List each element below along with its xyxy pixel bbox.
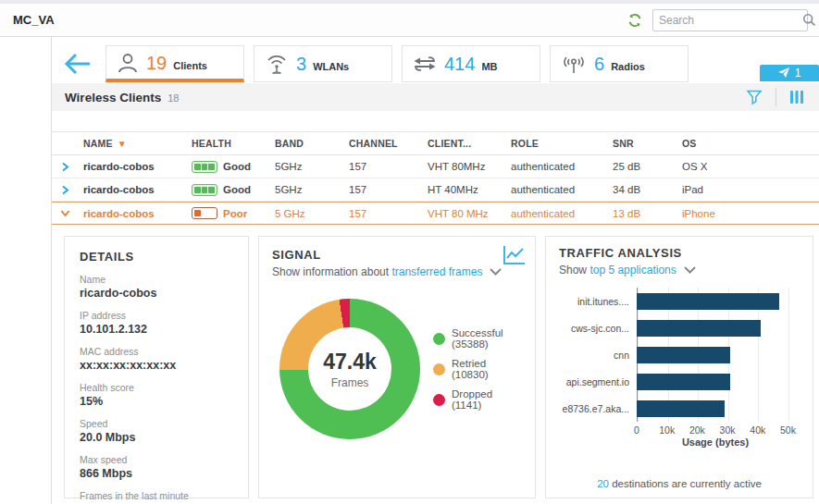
- signal-title: SIGNAL: [272, 248, 522, 262]
- health-cell: Good: [186, 161, 269, 173]
- section-count: 18: [168, 92, 179, 104]
- destination-label: cnn: [559, 350, 637, 361]
- col-header-health[interactable]: HEALTH: [186, 138, 269, 149]
- table-row[interactable]: ricardo-cobos Good 5GHz 157 VHT 80MHz au…: [52, 155, 819, 178]
- search-box: [652, 9, 808, 31]
- donut-ring: 47.4k Frames: [279, 299, 420, 439]
- col-header-os[interactable]: OS: [676, 138, 819, 149]
- table-row[interactable]: ricardo-cobos Good 5GHz 157 HT 40MHz aut…: [52, 178, 819, 202]
- usage-bar-chart: init.itunes.... cws-sjc.con... cnn: [559, 288, 800, 422]
- back-button[interactable]: [59, 52, 96, 76]
- col-header-client[interactable]: CLIENT...: [422, 138, 505, 149]
- snr-value: 13 dB: [607, 208, 676, 219]
- expand-chevron-icon[interactable]: [52, 185, 78, 195]
- wireless-dashboard: MC_VA 19 Clients: [0, 0, 819, 504]
- details-fields: Name ricardo-cobos IP address 10.101.2.1…: [80, 274, 233, 504]
- channel-value: 157: [343, 161, 422, 172]
- os-value: iPhone: [676, 208, 819, 219]
- destination-label: init.itunes....: [559, 296, 637, 307]
- detail-field: Max speed 866 Mbps: [80, 454, 233, 480]
- field-label: Speed: [80, 418, 233, 429]
- chart-row: api.segment.io: [559, 368, 800, 395]
- app-title: MC_VA: [13, 13, 55, 27]
- notification-badge[interactable]: 1: [760, 65, 819, 81]
- field-label: Health score: [80, 382, 233, 393]
- paper-plane-icon: [778, 68, 790, 79]
- col-header-snr[interactable]: SNR: [607, 138, 676, 149]
- chart-row: cws-sjc.con...: [559, 314, 800, 341]
- tab-wlans-count: 3: [296, 55, 306, 73]
- legend-item: Dropped (1141): [433, 388, 522, 411]
- snr-value: 34 dB: [607, 184, 676, 195]
- tab-clients-count: 19: [146, 54, 167, 72]
- tab-throughput[interactable]: 414 MB: [402, 45, 540, 82]
- chevron-down-icon[interactable]: [684, 266, 696, 274]
- active-destinations-text: destinations are currently active: [609, 478, 762, 489]
- x-tick-label: 40k: [750, 424, 765, 436]
- table-body: ricardo-cobos Good 5GHz 157 VHT 80MHz au…: [52, 155, 819, 225]
- search-icon[interactable]: [802, 13, 816, 27]
- tab-radios-label: Radios: [611, 61, 645, 72]
- legend-label: Successful (35388): [452, 327, 522, 350]
- sort-desc-icon: ▼: [118, 139, 127, 149]
- table-row[interactable]: ricardo-cobos Poor 5 GHz 157 VHT 80 MHz …: [52, 202, 819, 225]
- band-value: 5GHz: [269, 161, 343, 172]
- health-meter-icon: [192, 161, 217, 173]
- expand-chevron-icon[interactable]: [52, 162, 78, 172]
- donut-total-label: Frames: [331, 376, 369, 389]
- health-label: Good: [223, 184, 251, 195]
- divider: [776, 88, 776, 106]
- legend-label: Retried (10830): [452, 358, 522, 380]
- legend-item: Successful (35388): [433, 327, 522, 350]
- tab-clients-label: Clients: [173, 60, 207, 71]
- tab-radios-count: 6: [594, 55, 604, 73]
- legend-label: Dropped (1141): [452, 388, 522, 411]
- field-value: xx:xx:xx:xx:xx:xx: [80, 359, 233, 372]
- detail-panels: DETAILS Name ricardo-cobos IP address 10…: [52, 225, 819, 498]
- snr-value: 25 dB: [607, 161, 676, 172]
- col-header-channel[interactable]: CHANNEL: [343, 138, 422, 149]
- tab-throughput-label: MB: [481, 61, 497, 72]
- donut-legend: Successful (35388) Retried (10830) Dropp…: [433, 327, 522, 411]
- legend-dot-icon: [433, 394, 445, 406]
- search-input[interactable]: [659, 14, 802, 27]
- column-chooser-icon[interactable]: [789, 89, 804, 105]
- x-axis-ticks: 010k20k30k40k50k: [637, 422, 794, 435]
- field-value: 20.0 Mbps: [80, 431, 233, 444]
- tab-wlans[interactable]: 3 WLANs: [254, 45, 392, 82]
- filter-icon[interactable]: [746, 89, 763, 105]
- bar-track: [637, 374, 794, 390]
- col-header-band[interactable]: BAND: [269, 138, 343, 149]
- usage-bar: [637, 400, 725, 417]
- os-value: OS X: [676, 161, 819, 172]
- field-label: Frames in the last minute: [80, 490, 233, 501]
- radio-antenna-icon: [560, 52, 588, 76]
- health-cell: Good: [186, 184, 269, 196]
- top-applications-link[interactable]: top 5 applications: [589, 264, 676, 277]
- notification-count: 1: [795, 67, 801, 80]
- signal-panel: SIGNAL Show information about transferre…: [258, 236, 536, 498]
- active-destinations-count[interactable]: 20: [597, 478, 609, 489]
- detail-field: Health score 15%: [80, 382, 233, 408]
- col-header-name[interactable]: NAME ▼: [78, 138, 186, 149]
- tab-radios[interactable]: 6 Radios: [550, 45, 689, 82]
- line-chart-icon[interactable]: [502, 244, 526, 266]
- tab-row: 19 Clients 3 WLANs 414 MB: [52, 37, 819, 83]
- detail-field: Frames in the last minute 41094: [80, 490, 233, 504]
- destination-label: api.segment.io: [559, 376, 637, 387]
- field-label: MAC address: [80, 346, 233, 357]
- sync-icon[interactable]: [627, 12, 643, 29]
- field-label: Max speed: [80, 454, 233, 465]
- detail-field: Name ricardo-cobos: [80, 274, 233, 300]
- col-header-role[interactable]: ROLE: [505, 138, 607, 149]
- band-value: 5GHz: [269, 184, 343, 195]
- traffic-footer: 20 destinations are currently active: [546, 478, 813, 489]
- expand-chevron-icon[interactable]: [52, 208, 78, 218]
- transferred-frames-link[interactable]: transferred frames: [391, 265, 482, 278]
- channel-value: 157: [343, 184, 422, 195]
- chevron-down-icon[interactable]: [490, 268, 502, 276]
- x-axis-label: Usage (bytes): [637, 436, 794, 448]
- tab-clients[interactable]: 19 Clients: [105, 45, 244, 82]
- x-tick-label: 0: [634, 424, 639, 436]
- bar-track: [637, 320, 794, 337]
